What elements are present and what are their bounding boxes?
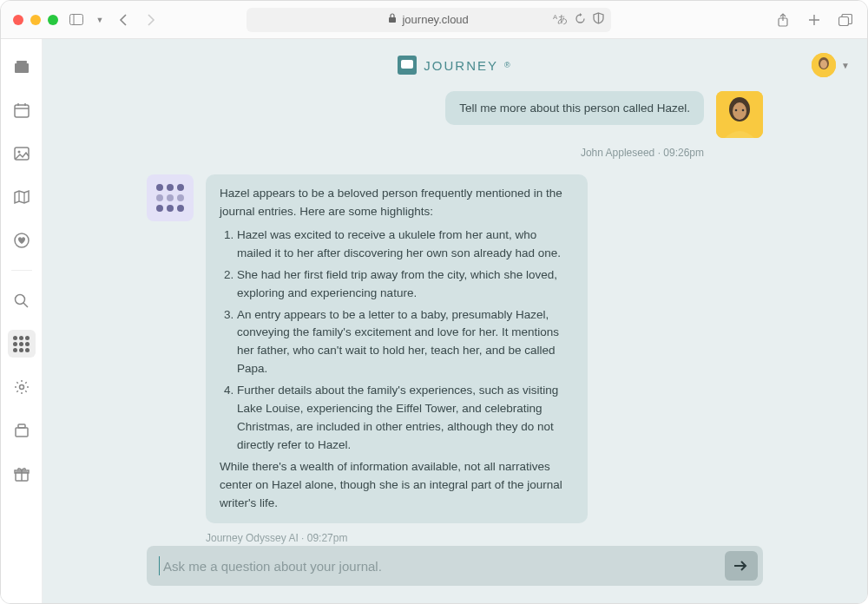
chevron-down-icon: ▼ — [841, 61, 850, 70]
reader-icon[interactable]: ᴬあ — [553, 12, 568, 27]
text-cursor — [159, 556, 160, 575]
left-sidebar — [1, 39, 43, 603]
main-content: JOURNEY® ▼ Tell me more about this perso… — [43, 39, 867, 603]
url-text: journey.cloud — [402, 13, 468, 26]
app-header: JOURNEY® ▼ — [43, 39, 867, 91]
ai-list-item: Further details about the family's exper… — [237, 382, 574, 455]
svg-rect-11 — [15, 105, 29, 117]
svg-point-34 — [735, 109, 738, 112]
svg-point-35 — [742, 109, 745, 112]
calendar-icon[interactable] — [8, 96, 36, 124]
svg-point-22 — [19, 385, 23, 390]
entries-icon[interactable] — [8, 53, 36, 81]
search-icon[interactable] — [8, 286, 36, 314]
plugins-icon[interactable] — [8, 417, 36, 444]
reg-mark: ® — [504, 61, 512, 69]
address-bar[interactable]: journey.cloud ᴬあ — [247, 8, 611, 32]
profile-menu[interactable]: ▼ — [812, 53, 850, 77]
user-avatar — [716, 91, 763, 138]
logo-icon — [398, 56, 417, 75]
svg-line-21 — [23, 303, 28, 307]
new-tab-icon[interactable] — [805, 10, 824, 30]
maximize-icon[interactable] — [48, 15, 58, 25]
svg-rect-9 — [15, 63, 29, 73]
atlas-icon[interactable] — [8, 183, 36, 211]
brand-name: JOURNEY — [424, 58, 498, 73]
close-icon[interactable] — [13, 15, 23, 25]
send-button[interactable] — [725, 551, 758, 581]
svg-point-20 — [16, 294, 25, 304]
lock-icon — [388, 13, 397, 26]
share-icon[interactable] — [773, 10, 792, 30]
settings-icon[interactable] — [8, 373, 36, 401]
chat-input-bar — [147, 546, 763, 586]
shield-icon[interactable] — [593, 12, 604, 27]
wellness-icon[interactable] — [8, 226, 36, 254]
svg-point-16 — [17, 151, 20, 154]
titlebar: ▼ journey.cloud ᴬあ — [1, 1, 867, 39]
chat-input[interactable] — [163, 559, 725, 574]
ai-list-item: Hazel was excited to receive a ukulele f… — [237, 226, 574, 263]
svg-rect-8 — [838, 16, 848, 25]
minimize-icon[interactable] — [30, 15, 41, 25]
svg-rect-10 — [16, 61, 27, 63]
svg-rect-23 — [16, 428, 28, 437]
tabs-icon[interactable] — [836, 10, 855, 30]
svg-rect-2 — [389, 17, 396, 23]
svg-rect-0 — [70, 15, 83, 25]
user-bubble: Tell me more about this person called Ha… — [445, 91, 704, 125]
ai-list: Hazel was excited to receive a ukulele f… — [220, 226, 574, 455]
entry-card[interactable]: October 19, 2021 · 10.45am Hazel's Weeke… — [220, 597, 574, 603]
chat-area: Tell me more about this person called Ha… — [43, 91, 867, 603]
app-body: JOURNEY® ▼ Tell me more about this perso… — [1, 39, 867, 603]
gift-icon[interactable] — [8, 460, 36, 488]
chevron-down-icon[interactable]: ▼ — [95, 10, 105, 30]
user-message-text: Tell me more about this person called Ha… — [459, 102, 690, 115]
window: ▼ journey.cloud ᴬあ — [0, 0, 868, 604]
svg-point-33 — [733, 102, 746, 120]
ai-outro: While there's a wealth of information av… — [220, 458, 574, 513]
ai-list-item: She had her first field trip away from t… — [237, 266, 574, 303]
ai-avatar — [147, 174, 194, 221]
logo[interactable]: JOURNEY® — [398, 56, 511, 75]
traffic-lights — [13, 15, 58, 25]
ai-intro: Hazel appears to be a beloved person fre… — [220, 185, 574, 221]
ai-bubble: Hazel appears to be a beloved person fre… — [206, 174, 588, 523]
ai-message-meta: Journey Odyssey AI · 09:27pm — [147, 532, 763, 544]
sidebar-toggle-icon[interactable] — [67, 10, 86, 30]
user-message-meta: John Appleseed · 09:26pm — [147, 147, 763, 159]
media-icon[interactable] — [8, 140, 36, 167]
forward-button[interactable] — [141, 10, 161, 30]
avatar — [812, 53, 836, 77]
ai-message-row: Hazel appears to be a beloved person fre… — [147, 174, 763, 523]
reload-icon[interactable] — [575, 13, 586, 27]
back-button[interactable] — [114, 10, 133, 30]
ai-icon[interactable] — [8, 330, 36, 358]
svg-rect-24 — [18, 424, 25, 428]
user-message-row: Tell me more about this person called Ha… — [147, 91, 763, 138]
svg-point-30 — [820, 60, 827, 69]
ai-list-item: An entry appears to be a letter to a bab… — [237, 306, 574, 379]
